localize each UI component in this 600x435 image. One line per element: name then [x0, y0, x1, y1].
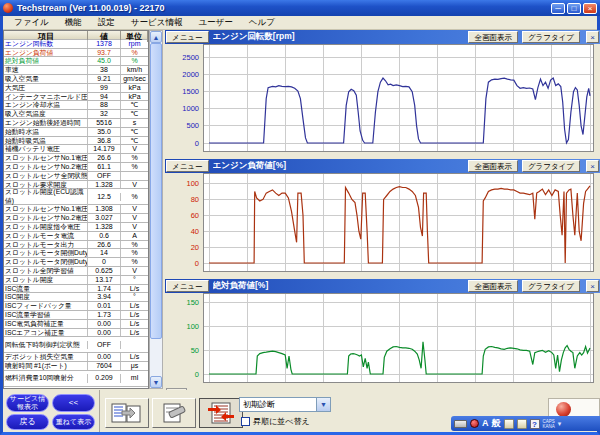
- chart-close-icon[interactable]: ×: [586, 280, 599, 292]
- menu-settings[interactable]: 設定: [91, 16, 122, 30]
- scroll-down-icon[interactable]: ▼: [150, 376, 162, 388]
- service-info-button[interactable]: サービス情報表示: [6, 394, 49, 412]
- ime-pad-icon[interactable]: [517, 419, 527, 429]
- table-row[interactable]: ISC電気負荷補正量0.00L/s: [4, 320, 148, 329]
- table-row[interactable]: エンジン始動後経過時間5516s: [4, 119, 148, 128]
- table-row[interactable]: ISC開度3.94°: [4, 293, 148, 302]
- table-row[interactable]: インテークマニホールド圧94kPa: [4, 93, 148, 102]
- table-row[interactable]: スロットルセンサNo.2電圧3.027V: [4, 214, 148, 223]
- fullscreen-button[interactable]: 全画面表示: [468, 280, 518, 292]
- table-row[interactable]: 吸入空気温度32℃: [4, 110, 148, 119]
- graphtype-button[interactable]: グラフタイプ: [522, 160, 580, 172]
- menu-file[interactable]: ファイル: [7, 16, 56, 30]
- ime-input-mode[interactable]: A: [482, 417, 489, 430]
- data-list-view-button[interactable]: [105, 398, 149, 428]
- compare-sort-button[interactable]: [199, 398, 243, 428]
- keyboard-icon[interactable]: [454, 420, 467, 428]
- table-row[interactable]: 回転低下時制御判定状態OFF: [4, 337, 148, 353]
- table-row[interactable]: ISCフィードバック量0.01L/s: [4, 302, 148, 311]
- table-cell: スロットルモータ出力: [4, 241, 88, 249]
- graphtype-button[interactable]: グラフタイプ: [522, 31, 580, 43]
- title-bar[interactable]: Techstream (Ver 11.00.019) - 22170 ─ □ ×: [0, 0, 600, 16]
- scrollbar-thumb[interactable]: [150, 43, 162, 339]
- ime-pen-icon[interactable]: [470, 419, 479, 428]
- table-row[interactable]: スロットルモータ閉側Duty比0%: [4, 258, 148, 267]
- diagnosis-mode-dropdown[interactable]: 初期診断 ▼: [239, 397, 331, 412]
- table-cell: 88: [88, 101, 121, 109]
- table-cell: 1.73: [88, 311, 121, 319]
- table-cell: V: [121, 181, 148, 189]
- fullscreen-button[interactable]: 全画面表示: [468, 31, 518, 43]
- table-row[interactable]: デポジット損失空気量0.00L/s: [4, 353, 148, 362]
- table-row[interactable]: エンジン回転数1378rpm: [4, 40, 148, 49]
- table-cell: 1.74: [88, 285, 121, 293]
- scroll-up-icon[interactable]: ▲: [150, 31, 162, 43]
- sort-ascending-checkbox[interactable]: 昇順に並べ替え: [241, 416, 310, 427]
- table-row[interactable]: スロットルセンサNo.2電圧比61.1%: [4, 163, 148, 172]
- menu-user[interactable]: ユーザー: [191, 16, 239, 30]
- table-row[interactable]: スロットルセンサ全閉状態OFF: [4, 172, 148, 181]
- dropdown-value: 初期診断: [240, 398, 316, 411]
- ime-tools-icon[interactable]: [504, 419, 514, 429]
- table-row[interactable]: 燃料消費量10回噴射分0.209ml: [4, 371, 148, 387]
- table-row[interactable]: エンジン冷却水温88℃: [4, 101, 148, 110]
- table-row[interactable]: スロットルセンサNo.1電圧1.308V: [4, 205, 148, 214]
- close-button[interactable]: ×: [583, 3, 597, 14]
- chart-menu-button[interactable]: メニュー: [166, 31, 209, 43]
- overlay-display-button[interactable]: 重ねて表示: [52, 414, 95, 430]
- svg-text:1500: 1500: [182, 87, 199, 96]
- chart-close-icon[interactable]: ×: [586, 31, 599, 43]
- page-back-button[interactable]: <<: [52, 394, 95, 412]
- chart-absload-plot: 050100150: [165, 293, 600, 387]
- table-row[interactable]: スロットルモータ出力26.6%: [4, 241, 148, 250]
- table-cell: 補機バッテリ電圧: [4, 145, 88, 153]
- table-row[interactable]: 補機バッテリ電圧14.179V: [4, 145, 148, 154]
- graphtype-button[interactable]: グラフタイプ: [522, 280, 580, 292]
- table-cell: s: [121, 119, 148, 127]
- chevron-down-icon[interactable]: ▼: [316, 398, 330, 411]
- chart-close-icon[interactable]: ×: [586, 160, 599, 172]
- svg-text:20: 20: [191, 243, 199, 252]
- menu-service-info[interactable]: サービス情報: [124, 16, 190, 30]
- menu-help[interactable]: ヘルプ: [242, 16, 282, 30]
- minimize-button[interactable]: ─: [551, 3, 565, 14]
- menu-function[interactable]: 機能: [58, 16, 89, 30]
- table-row[interactable]: スロットル開度指令電圧1.328V: [4, 223, 148, 232]
- checkbox-icon[interactable]: [241, 417, 250, 426]
- table-row[interactable]: 吸入空気量9.21gm/sec: [4, 75, 148, 84]
- table-row[interactable]: スロットル全閉学習値0.625V: [4, 267, 148, 276]
- fullscreen-button[interactable]: 全画面表示: [468, 160, 518, 172]
- table-row[interactable]: スロットル開度(ECU認識値)12.5%: [4, 189, 148, 205]
- table-row[interactable]: ISC流量学習値1.73L/s: [4, 311, 148, 320]
- table-row[interactable]: 絶対負荷値45.0%: [4, 57, 148, 66]
- table-row[interactable]: ISCエアコン補正量0.00L/s: [4, 329, 148, 338]
- table-row[interactable]: 始動時吸気温36.8℃: [4, 137, 148, 146]
- table-row[interactable]: スロットル開度13.17°: [4, 276, 148, 285]
- return-button[interactable]: 戻る: [6, 414, 49, 430]
- help-icon[interactable]: ?: [530, 419, 540, 429]
- ime-minimize-icon[interactable]: ▾: [558, 420, 562, 428]
- table-row[interactable]: 大気圧99kPa: [4, 84, 148, 93]
- table-header-row: 項目 値 単位: [4, 31, 148, 40]
- table-row[interactable]: 始動時水温35.0℃: [4, 128, 148, 137]
- table-cell: 0.625: [88, 267, 121, 275]
- table-scrollbar[interactable]: ▲ ▼: [149, 30, 163, 389]
- table-row[interactable]: エンジン負荷値93.7%: [4, 49, 148, 58]
- svg-text:100: 100: [186, 322, 199, 331]
- snapshot-button[interactable]: [152, 398, 196, 428]
- svg-text:100: 100: [186, 179, 199, 188]
- table-row[interactable]: ISC流量1.74L/s: [4, 285, 148, 294]
- table-cell: 94: [88, 93, 121, 101]
- table-row[interactable]: 車速38km/h: [4, 66, 148, 75]
- chart-menu-button[interactable]: メニュー: [166, 280, 209, 292]
- ime-conversion-mode[interactable]: 般: [492, 417, 501, 430]
- table-row[interactable]: スロットルセンサNo.1電圧比26.6%: [4, 154, 148, 163]
- chart-menu-button[interactable]: メニュー: [166, 160, 209, 172]
- ime-toolbar[interactable]: A 般 ? CAPSKANA ▾: [451, 416, 600, 431]
- maximize-button[interactable]: □: [567, 3, 581, 14]
- table-cell: スロットル要求開度: [4, 181, 88, 189]
- table-row[interactable]: スロットルモータ電流0.6A: [4, 232, 148, 241]
- table-row[interactable]: スロットルモータ開側Duty比14%: [4, 249, 148, 258]
- table-row[interactable]: 噴射時間 #1(ポート)7604μs: [4, 362, 148, 371]
- table-cell: V: [121, 145, 148, 153]
